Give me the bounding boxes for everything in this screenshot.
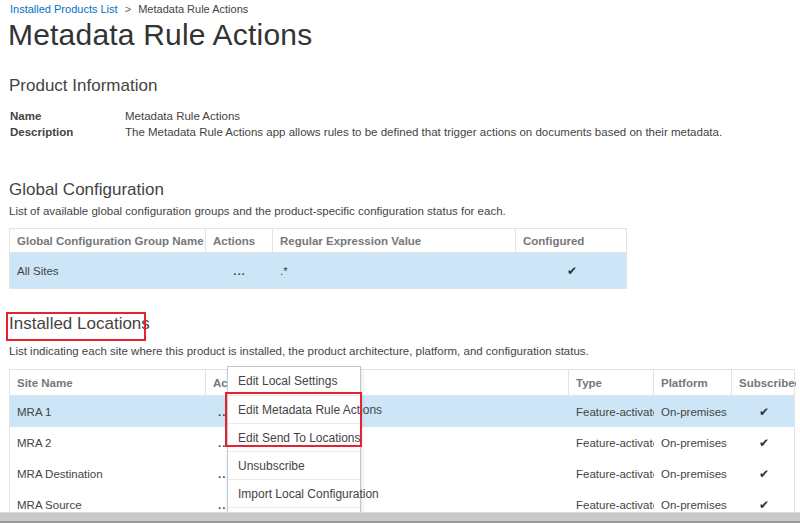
name-label: Name	[10, 110, 125, 122]
cell-site-name: MRA Destination	[10, 458, 206, 489]
product-name-row: Name Metadata Rule Actions	[10, 110, 240, 122]
col-header-group-name: Global Configuration Group Name	[10, 229, 206, 252]
col-header-type: Type	[569, 370, 654, 395]
global-configuration-description: List of available global configuration g…	[9, 205, 506, 217]
table-row-mra-2[interactable]: MRA 2 ... Feature-activated On-premises …	[10, 427, 794, 458]
actions-context-menu: Edit Local Settings Edit Metadata Rule A…	[227, 366, 361, 523]
cell-platform: On-premises	[654, 396, 732, 427]
subscribed-check-icon: ✔	[759, 436, 769, 450]
col-header-platform: Platform	[654, 370, 732, 395]
breadcrumb-separator: >	[125, 3, 131, 15]
installed-locations-description: List indicating each site where this pro…	[9, 345, 589, 357]
col-header-regex-value: Regular Expression Value	[273, 229, 516, 252]
description-label: Description	[10, 126, 125, 138]
cell-platform: On-premises	[654, 427, 732, 458]
breadcrumb-current: Metadata Rule Actions	[138, 3, 248, 15]
cell-site-name: MRA 2	[10, 427, 206, 458]
installed-locations-table: Site Name Actions Type Platform Subscrib…	[9, 369, 795, 521]
subscribed-check-icon: ✔	[759, 405, 769, 419]
cell-site-name: MRA 1	[10, 396, 206, 427]
cell-type: Feature-activated	[569, 458, 654, 489]
name-value: Metadata Rule Actions	[125, 110, 240, 122]
col-header-site-name: Site Name	[10, 370, 206, 395]
menu-item-edit-metadata-rule-actions[interactable]: Edit Metadata Rule Actions	[228, 395, 360, 423]
installed-locations-table-header: Site Name Actions Type Platform Subscrib…	[10, 370, 794, 396]
breadcrumb-link-installed-products[interactable]: Installed Products List	[10, 3, 118, 15]
cell-type: Feature-activated	[569, 427, 654, 458]
cell-platform: On-premises	[654, 458, 732, 489]
global-configuration-table-header: Global Configuration Group Name Actions …	[10, 229, 626, 253]
installed-locations-heading: Installed Locations	[9, 314, 150, 334]
menu-item-edit-send-to-locations[interactable]: Edit Send To Locations	[228, 423, 360, 451]
table-row-mra-destination[interactable]: MRA Destination ... Feature-activated On…	[10, 458, 794, 489]
page-title: Metadata Rule Actions	[8, 18, 312, 52]
cell-type: Feature-activated	[569, 396, 654, 427]
cell-regex-value: .*	[273, 253, 516, 288]
col-header-subscribed: Subscribed	[732, 370, 796, 395]
subscribed-check-icon: ✔	[759, 498, 769, 512]
description-value: The Metadata Rule Actions app allows rul…	[125, 126, 722, 138]
col-header-configured: Configured	[516, 229, 628, 252]
horizontal-scrollbar[interactable]	[0, 512, 800, 523]
global-configuration-heading: Global Configuration	[9, 180, 164, 200]
col-header-actions: Actions	[206, 229, 273, 252]
actions-ellipsis-button[interactable]: ...	[233, 265, 246, 277]
breadcrumb: Installed Products List > Metadata Rule …	[10, 3, 248, 15]
table-row-mra-1[interactable]: MRA 1 ... Feature-activated On-premises …	[10, 396, 794, 427]
product-description-row: Description The Metadata Rule Actions ap…	[10, 126, 722, 138]
global-configuration-table: Global Configuration Group Name Actions …	[9, 228, 627, 289]
cell-group-name: All Sites	[10, 253, 206, 288]
configured-check-icon: ✔	[567, 264, 577, 278]
subscribed-check-icon: ✔	[759, 467, 769, 481]
menu-item-edit-local-settings[interactable]: Edit Local Settings	[228, 367, 360, 395]
menu-item-import-local-configuration[interactable]: Import Local Configuration	[228, 479, 360, 507]
product-information-heading: Product Information	[9, 76, 157, 96]
menu-item-unsubscribe[interactable]: Unsubscribe	[228, 451, 360, 479]
table-row-all-sites[interactable]: All Sites ... .* ✔	[10, 253, 626, 288]
